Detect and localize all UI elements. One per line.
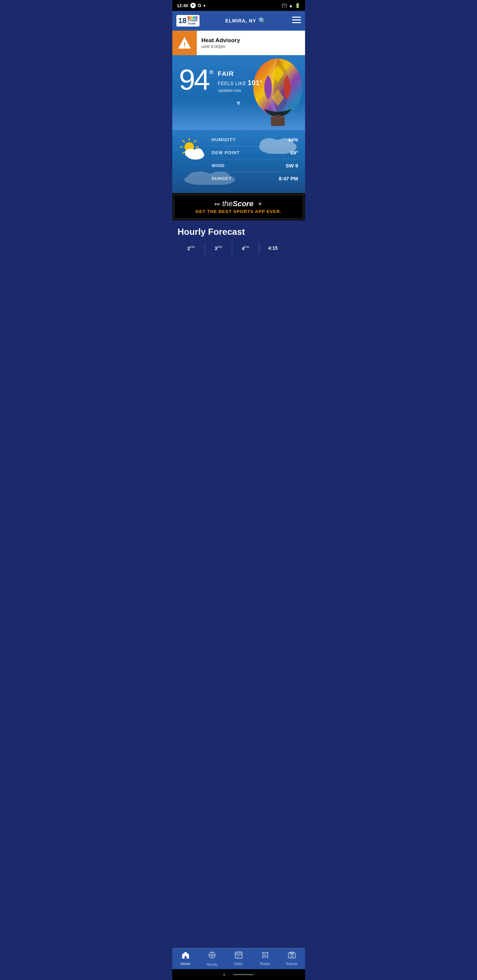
humidity-row: HUMIDITY 44%	[212, 134, 298, 146]
alert-icon-block: !	[172, 30, 197, 55]
svg-rect-1	[292, 19, 301, 21]
svg-rect-0	[292, 17, 301, 18]
svg-text:!: !	[183, 41, 185, 48]
svg-point-27	[193, 148, 203, 156]
details-table: HUMIDITY 44% DEW POINT 69° WIND SW 9 SUN…	[212, 134, 298, 185]
alert-title: Heat Advisory	[201, 37, 240, 44]
logo-storm-text: STORMTEAM	[188, 19, 198, 25]
details-content: HUMIDITY 44% DEW POINT 69° WIND SW 9 SUN…	[179, 134, 298, 185]
wifi-icon: ▲	[289, 3, 293, 8]
ad-close-x[interactable]: ✕	[258, 201, 262, 207]
sunset-row: SUNSET 8:47 PM	[212, 172, 298, 185]
hourly-item: 2PM	[178, 243, 205, 254]
ad-inner: ▶▶ theScore ✕ GET THE BEST SPORTS APP EV…	[174, 195, 303, 218]
wind-label: WIND	[212, 163, 225, 168]
svg-rect-2	[292, 22, 301, 23]
condition-text: FAIR	[218, 70, 263, 78]
svg-line-24	[183, 152, 185, 153]
alert-text-block: Heat Advisory until 8:00pm	[197, 34, 245, 52]
hourly-section: Hourly Forecast 2PM3PM4PM4:15	[172, 221, 305, 254]
app-header: 18 STORMTEAM ELMIRA, NY 🔍	[172, 11, 305, 30]
svg-line-23	[194, 140, 196, 142]
ad-banner[interactable]: ▶▶ theScore ✕ GET THE BEST SPORTS APP EV…	[172, 193, 305, 221]
feels-like-label: FEELS LIKE	[218, 81, 247, 86]
hourly-item: 3PM	[205, 243, 232, 254]
ad-brand-text: theScore	[222, 199, 254, 208]
ad-forward-icon: ▶▶	[215, 202, 220, 206]
sunset-label: SUNSET	[212, 176, 232, 181]
hourly-time-label: 4PM	[237, 245, 254, 251]
google-icon: G	[198, 3, 201, 8]
updated-text: updated now	[218, 88, 263, 93]
alert-subtitle: until 8:00pm	[201, 44, 240, 49]
vibrate-icon: 📳	[282, 3, 287, 8]
dot-indicator	[204, 5, 205, 6]
temp-number: 94	[179, 63, 209, 95]
battery-icon: 🔋	[295, 3, 300, 8]
weather-hero: 94° FAIR FEELS LIKE 101° updated now ▼	[172, 55, 305, 130]
hourly-title: Hourly Forecast	[178, 227, 300, 237]
status-right: 📳 ▲ 🔋	[282, 3, 300, 8]
wind-value: SW 9	[286, 163, 298, 169]
hourly-time-label: 4:15	[264, 245, 282, 251]
humidity-value: 44%	[288, 137, 298, 143]
humidity-label: HUMIDITY	[212, 137, 236, 142]
temperature-display: 94°	[179, 65, 212, 94]
dew-point-label: DEW POINT	[212, 150, 240, 155]
feels-like-value: 101°	[248, 79, 263, 86]
hourly-item: 4:15	[260, 243, 287, 254]
svg-line-22	[183, 140, 185, 142]
logo-nbc-block: STORMTEAM	[188, 16, 198, 25]
partly-cloudy-icon	[179, 136, 206, 163]
hourly-time-label: 2PM	[182, 245, 200, 251]
app-logo: 18 STORMTEAM	[176, 15, 199, 27]
chevron-divider: ▼	[172, 99, 305, 108]
sunset-value: 8:47 PM	[279, 176, 298, 181]
weather-condition-block: FAIR FEELS LIKE 101° updated now	[218, 65, 263, 93]
status-left: 12:40 P G	[177, 3, 205, 8]
ad-score-brand: ▶▶ theScore ✕	[180, 199, 297, 208]
dew-point-row: DEW POINT 69°	[212, 146, 298, 159]
status-bar: 12:40 P G 📳 ▲ 🔋	[172, 0, 305, 11]
bottom-spacer	[172, 254, 305, 295]
wind-row: WIND SW 9	[212, 159, 298, 172]
warning-triangle-icon: !	[178, 37, 191, 49]
feels-like-row: FEELS LIKE 101°	[218, 79, 263, 87]
temp-degree: °	[209, 68, 212, 82]
svg-rect-6	[271, 116, 285, 126]
weather-details-panel: HUMIDITY 44% DEW POINT 69° WIND SW 9 SUN…	[172, 130, 305, 193]
menu-button[interactable]	[292, 17, 301, 25]
hourly-time-label: 3PM	[210, 245, 227, 251]
dew-point-value: 69°	[290, 150, 298, 156]
parking-icon: P	[190, 3, 196, 8]
alert-banner[interactable]: ! Heat Advisory until 8:00pm	[172, 30, 305, 55]
weather-main-info: 94° FAIR FEELS LIKE 101° updated now	[172, 55, 305, 99]
hourly-scroll[interactable]: 2PM3PM4PM4:15	[178, 243, 300, 254]
ad-tagline: GET THE BEST SPORTS APP EVER.	[180, 209, 297, 214]
location-text: ELMIRA, NY	[225, 18, 256, 24]
time-display: 12:40	[177, 3, 188, 8]
hourly-item: 4PM	[232, 243, 260, 254]
search-icon[interactable]: 🔍	[258, 17, 266, 24]
logo-18: 18	[179, 16, 187, 25]
header-location[interactable]: ELMIRA, NY 🔍	[225, 17, 266, 24]
temp-value: 94°	[179, 63, 212, 95]
